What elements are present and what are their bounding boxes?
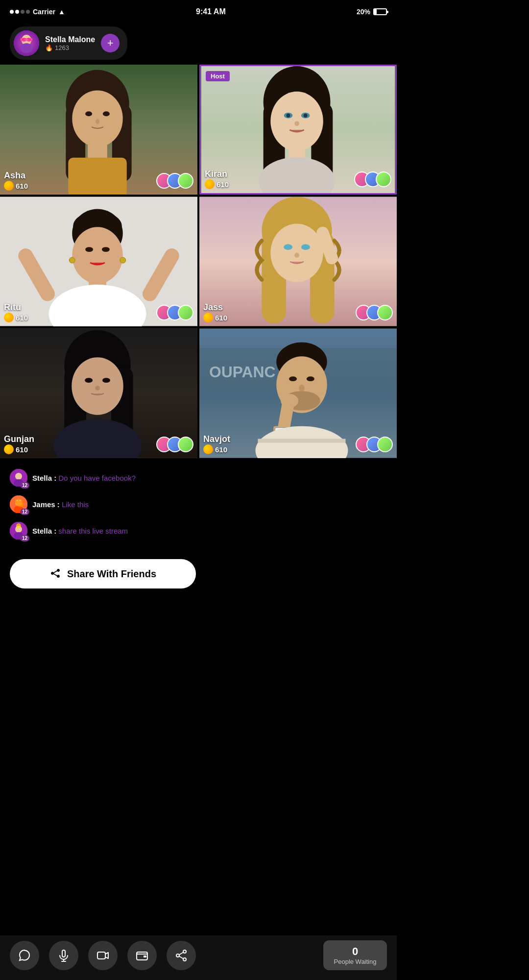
chat-content-1: Do you have facebook? [58, 474, 136, 482]
avatars-jass [356, 305, 393, 320]
mic-nav-icon [57, 949, 70, 962]
chat-content-3: share this live stream [58, 527, 128, 535]
svg-point-26 [294, 121, 299, 126]
svg-point-12 [85, 111, 92, 116]
svg-point-32 [72, 227, 122, 283]
svg-point-25 [304, 114, 308, 118]
cell-score-asha: 610 [4, 181, 28, 191]
cell-score-navjot: 610 [203, 444, 230, 454]
chat-nav-button[interactable] [10, 941, 39, 970]
svg-point-36 [120, 257, 126, 263]
mini-avatar [376, 172, 391, 187]
cell-bottom-navjot: Navjot 610 [203, 434, 393, 454]
chat-text-1: Stella : Do you have facebook? [32, 474, 136, 482]
cell-name-kiran: Kiran [205, 169, 229, 179]
svg-rect-84 [62, 950, 65, 957]
video-nav-button[interactable] [88, 941, 118, 970]
grid-cell-jass[interactable]: Jass 610 [199, 196, 397, 326]
host-name: Stella Malone [45, 35, 95, 44]
host-score: 🔥 1263 [45, 44, 95, 51]
svg-point-56 [102, 378, 110, 383]
mic-nav-button[interactable] [49, 941, 78, 970]
svg-rect-87 [97, 952, 105, 959]
svg-line-94 [179, 956, 183, 958]
video-grid: Asha 610 [0, 65, 397, 458]
status-right: 20% [357, 8, 387, 16]
grid-cell-asha[interactable]: Asha 610 [0, 65, 197, 195]
chat-avatar-badge-3: 12 [10, 522, 27, 539]
carrier-label: Carrier [33, 8, 55, 16]
cell-name-jass: Jass [203, 302, 227, 313]
cell-bottom-jass: Jass 610 [203, 302, 393, 322]
wallet-nav-button[interactable] [127, 941, 157, 970]
svg-point-47 [301, 244, 310, 250]
chat-avatar-badge-2: 12 [10, 495, 27, 513]
avatars-ritu [156, 305, 193, 320]
chat-badge-3: 12 [20, 535, 29, 541]
cell-bottom-ritu: Ritu 610 [4, 302, 193, 322]
battery-icon [373, 8, 387, 15]
avatars-asha [156, 173, 193, 189]
cell-score-kiran: 610 [205, 179, 229, 189]
signal-dot-4 [26, 10, 30, 14]
bottom-nav: 0 People Waiting [0, 935, 397, 980]
status-bar: Carrier ▲ 9:41 AM 20% [0, 0, 397, 22]
coin-icon [205, 179, 215, 189]
mini-avatar [178, 173, 193, 189]
chat-text-2: James : Like this [32, 500, 89, 509]
svg-point-35 [69, 257, 75, 263]
svg-point-57 [95, 386, 100, 391]
svg-point-33 [85, 247, 93, 252]
status-left: Carrier ▲ [10, 8, 65, 16]
svg-point-48 [294, 253, 299, 258]
chat-author-1: Stella : [32, 474, 58, 482]
mini-avatar [178, 305, 193, 320]
share-with-friends-button[interactable]: Share With Friends [10, 559, 196, 588]
svg-point-83 [16, 523, 21, 528]
add-button[interactable]: + [101, 34, 120, 52]
chat-message-3: 12 Stella : share this live stream [10, 522, 387, 539]
coin-icon [4, 313, 14, 322]
chat-avatar-badge-1: 12 [10, 469, 27, 487]
cell-name-gunjan: Gunjan [4, 434, 34, 444]
waiting-count: 0 [333, 945, 377, 958]
svg-point-66 [307, 376, 314, 381]
cell-bottom-kiran: Kiran 610 [205, 169, 391, 189]
grid-cell-ritu[interactable]: Ritu 610 [0, 196, 197, 326]
battery-percent: 20% [357, 8, 370, 16]
chat-section: 12 Stella : Do you have facebook? 12 Jam… [0, 461, 397, 556]
grid-cell-gunjan[interactable]: Gunjan 610 [0, 328, 197, 458]
signal-dot-1 [10, 10, 14, 14]
grid-cell-kiran[interactable]: Host Kiran 610 [199, 65, 397, 195]
avatars-gunjan [156, 437, 193, 452]
people-waiting-container: 0 People Waiting [323, 940, 387, 970]
host-card: Stella Malone 🔥 1263 + [10, 26, 127, 60]
share-button-container: Share With Friends [0, 556, 397, 598]
cell-score-gunjan: 610 [4, 444, 34, 454]
svg-point-65 [289, 376, 297, 381]
wifi-icon: ▲ [58, 8, 65, 16]
video-nav-icon [96, 949, 109, 962]
grid-cell-navjot[interactable]: OUPANC Navjot [199, 328, 397, 458]
svg-point-6 [20, 43, 33, 53]
svg-line-93 [179, 952, 183, 955]
cell-bottom-gunjan: Gunjan 610 [4, 434, 193, 454]
cell-name-asha: Asha [4, 171, 28, 181]
chat-author-3: Stella : [32, 527, 58, 535]
svg-text:OUPANC: OUPANC [209, 363, 276, 381]
cell-name-navjot: Navjot [203, 434, 230, 444]
cell-bottom-asha: Asha 610 [4, 171, 193, 191]
signal-dot-2 [15, 10, 19, 14]
mini-avatar [178, 437, 193, 452]
coin-icon [203, 313, 213, 322]
svg-point-91 [183, 958, 186, 961]
svg-point-34 [102, 247, 110, 252]
svg-point-92 [176, 954, 179, 957]
svg-point-21 [270, 92, 323, 151]
chat-message-2: 12 James : Like this [10, 495, 387, 513]
fire-icon: 🔥 [45, 44, 53, 51]
svg-point-13 [103, 111, 110, 116]
cell-score-ritu: 610 [4, 313, 28, 322]
share-nav-button[interactable] [167, 941, 196, 970]
share-icon [49, 568, 61, 580]
